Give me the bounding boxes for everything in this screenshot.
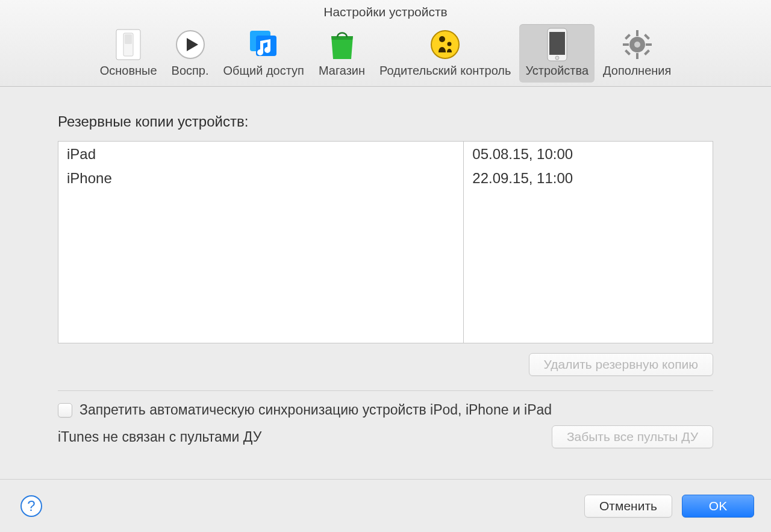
cancel-button[interactable]: Отменить bbox=[584, 495, 672, 518]
devices-panel: Резервные копии устройств: iPad iPhone 0… bbox=[0, 87, 771, 448]
svg-point-22 bbox=[634, 42, 640, 48]
svg-rect-16 bbox=[623, 43, 629, 46]
tab-store[interactable]: Магазин bbox=[313, 24, 371, 83]
svg-rect-18 bbox=[625, 34, 631, 40]
tab-label: Общий доступ bbox=[223, 64, 304, 78]
tab-label: Дополнения bbox=[603, 64, 671, 78]
forget-remotes-button[interactable]: Забыть все пульты ДУ bbox=[552, 425, 713, 448]
divider bbox=[58, 390, 713, 391]
tab-advanced[interactable]: Дополнения bbox=[597, 24, 677, 83]
tab-general[interactable]: Основные bbox=[94, 24, 163, 83]
music-note-icon bbox=[247, 28, 281, 61]
parental-icon bbox=[428, 28, 462, 61]
table-row[interactable]: 22.09.15, 11:00 bbox=[464, 166, 713, 190]
svg-point-8 bbox=[439, 36, 445, 42]
svg-rect-19 bbox=[644, 34, 650, 40]
tab-label: Устройства bbox=[525, 64, 588, 78]
backups-device-column: iPad iPhone bbox=[58, 142, 464, 343]
tab-sharing[interactable]: Общий доступ bbox=[217, 24, 310, 83]
svg-rect-15 bbox=[636, 53, 638, 59]
backups-table[interactable]: iPad iPhone 05.08.15, 10:00 22.09.15, 11… bbox=[58, 141, 713, 343]
play-icon bbox=[173, 28, 207, 61]
prevent-sync-checkbox[interactable] bbox=[58, 403, 72, 418]
tab-label: Основные bbox=[100, 64, 157, 78]
svg-point-12 bbox=[555, 56, 559, 60]
tab-playback[interactable]: Воспр. bbox=[166, 24, 215, 83]
ok-button[interactable]: OK bbox=[682, 495, 754, 518]
svg-point-7 bbox=[431, 31, 459, 58]
svg-rect-2 bbox=[125, 34, 132, 44]
svg-rect-17 bbox=[646, 43, 652, 46]
tab-devices[interactable]: Устройства bbox=[519, 24, 595, 83]
table-row[interactable]: iPad bbox=[58, 142, 463, 166]
delete-backup-button[interactable]: Удалить резервную копию bbox=[529, 353, 713, 376]
backups-section-label: Резервные копии устройств: bbox=[58, 113, 713, 130]
shopping-bag-icon bbox=[325, 28, 359, 61]
titlebar: Настройки устройств Основные Воспр. bbox=[0, 0, 771, 87]
gear-icon bbox=[620, 28, 654, 61]
table-row[interactable]: 05.08.15, 10:00 bbox=[464, 142, 713, 166]
backups-date-column: 05.08.15, 10:00 22.09.15, 11:00 bbox=[464, 142, 713, 343]
svg-rect-20 bbox=[625, 49, 631, 55]
help-button[interactable]: ? bbox=[20, 495, 42, 517]
switch-icon bbox=[111, 28, 145, 61]
window-title: Настройки устройств bbox=[0, 5, 771, 19]
prevent-sync-label: Запретить автоматическую синхронизацию у… bbox=[80, 402, 552, 418]
table-row[interactable]: iPhone bbox=[58, 166, 463, 190]
tab-label: Магазин bbox=[319, 64, 365, 78]
tab-label: Воспр. bbox=[172, 64, 209, 78]
svg-rect-21 bbox=[644, 49, 650, 55]
dialog-footer: ? Отменить OK bbox=[0, 479, 771, 532]
svg-rect-14 bbox=[636, 30, 638, 36]
preferences-toolbar: Основные Воспр. Общий доступ bbox=[0, 24, 771, 83]
iphone-icon bbox=[540, 28, 574, 61]
remotes-status-label: iTunes не связан с пультами ДУ bbox=[58, 429, 261, 445]
svg-rect-11 bbox=[549, 32, 565, 55]
svg-point-9 bbox=[448, 42, 452, 46]
tab-label: Родительский контроль bbox=[379, 64, 511, 78]
tab-parental[interactable]: Родительский контроль bbox=[373, 24, 517, 83]
